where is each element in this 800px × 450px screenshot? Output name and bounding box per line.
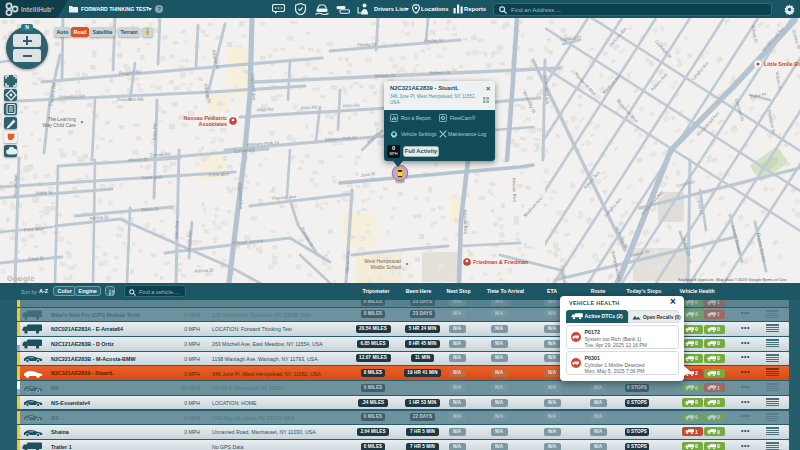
svg-text:Little Smile Big: Little Smile Big bbox=[764, 61, 800, 67]
svg-text:Marion St: Marion St bbox=[128, 156, 148, 162]
svg-text:Friedman & Friedman: Friedman & Friedman bbox=[473, 259, 528, 265]
svg-text:Allen Ave: Allen Ave bbox=[174, 220, 180, 239]
svg-text:Map data ©2025 Google: Map data ©2025 Google bbox=[716, 277, 762, 282]
svg-text:Elton Rd: Elton Rd bbox=[152, 123, 158, 141]
svg-text:Nassau Blvd: Nassau Blvd bbox=[512, 178, 518, 203]
svg-text:Pauley Dr: Pauley Dr bbox=[424, 37, 444, 43]
svg-text:Google: Google bbox=[7, 274, 35, 283]
svg-text:Keyboard shortcuts: Keyboard shortcuts bbox=[678, 277, 714, 282]
svg-text:Terms of Use: Terms of Use bbox=[762, 277, 787, 282]
svg-text:The Learning: The Learning bbox=[48, 117, 77, 122]
svg-text:Middle School: Middle School bbox=[371, 265, 401, 270]
svg-text:Nassau Pediatric: Nassau Pediatric bbox=[184, 115, 227, 121]
svg-text:Alton Rd: Alton Rd bbox=[300, 105, 318, 111]
svg-text:Robert Ave: Robert Ave bbox=[187, 229, 193, 251]
svg-text:Way Child Care: Way Child Care bbox=[43, 123, 77, 128]
svg-text:Princeton Rd: Princeton Rd bbox=[117, 97, 143, 103]
svg-text:Howard Ave: Howard Ave bbox=[13, 174, 19, 198]
svg-text:Baldwin Dr: Baldwin Dr bbox=[429, 70, 451, 76]
svg-text:Alton Rd: Alton Rd bbox=[342, 103, 360, 109]
svg-text:Baldwin Dr: Baldwin Dr bbox=[374, 73, 396, 79]
svg-text:West Hempstead: West Hempstead bbox=[364, 259, 401, 264]
svg-text:Pauley Dr: Pauley Dr bbox=[357, 41, 377, 47]
svg-text:Alton Rd: Alton Rd bbox=[256, 107, 274, 113]
svg-text:Associates: Associates bbox=[199, 121, 227, 127]
svg-text:Nassau Blvd: Nassau Blvd bbox=[463, 210, 469, 235]
svg-text:Princeton Rd: Princeton Rd bbox=[59, 94, 85, 100]
